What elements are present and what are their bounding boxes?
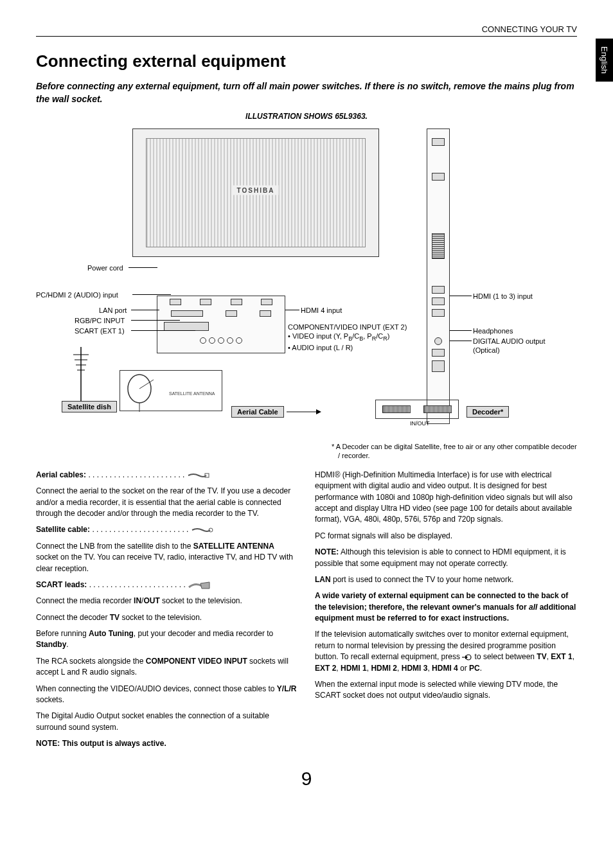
decoder-illustration <box>375 400 459 419</box>
page-title: Connecting external equipment <box>36 51 577 71</box>
label-rgb-pc: RGB/PC INPUT <box>75 316 125 325</box>
decoder-footnote: * A Decoder can be digital Satellite, fr… <box>332 442 577 461</box>
connection-diagram: TOSHIBA <box>36 123 577 432</box>
subtitle: Before connecting any external equipment… <box>36 80 577 105</box>
lan-body: LAN port is used to connect the TV to yo… <box>315 574 577 585</box>
callout-aerial-cable: Aerial Cable <box>231 406 323 418</box>
hdmi-note: NOTE: Although this television is able t… <box>315 547 577 569</box>
header-rule <box>36 36 577 37</box>
label-scart: SCART (EXT 1) <box>75 326 125 335</box>
satellite-cable-body: Connect the LNB from the satellite dish … <box>36 541 298 574</box>
label-pc-hdmi2-audio: PC/HDMI 2 (AUDIO) input <box>36 290 118 299</box>
callout-decoder: Decoder* <box>466 406 509 418</box>
label-inout: IN/OUT <box>410 420 430 428</box>
tv-rear-illustration: TOSHIBA <box>132 128 379 257</box>
rca-body: The RCA sockets alongside the COMPONENT … <box>36 656 298 678</box>
language-tab: English <box>596 39 613 82</box>
svg-marker-13 <box>200 582 209 589</box>
label-hdmi4: HDMI 4 input <box>301 306 342 315</box>
side-connector-panel <box>427 128 450 424</box>
header-section: CONNECTING YOUR TV <box>482 24 577 34</box>
scart-leads-heading: SCART leads: <box>36 580 87 589</box>
aerial-cable-icon <box>187 472 210 479</box>
satellite-cable-icon <box>191 526 214 534</box>
input-select-icon <box>462 653 472 661</box>
video-audio-body: When connecting the VIDEO/AUDIO devices,… <box>36 684 298 706</box>
callout-satellite-dish: Satellite dish <box>62 401 117 412</box>
tv-brand-logo: TOSHIBA <box>233 186 279 195</box>
satellite-cable-heading: Satellite cable: <box>36 525 90 534</box>
scart-body-1: Connect the media recorder IN/OUT socket… <box>36 596 298 607</box>
digital-audio-body: The Digital Audio Output socket enables … <box>36 711 298 733</box>
svg-marker-10 <box>316 409 321 414</box>
dtv-body: When the external input mode is selected… <box>315 679 577 702</box>
illustration-caption: ILLUSTRATION SHOWS 65L9363. <box>36 112 577 121</box>
pc-format-body: PC format signals will also be displayed… <box>315 531 577 542</box>
label-component: COMPONENT/VIDEO INPUT (EXT 2) • VIDEO in… <box>288 323 416 352</box>
label-hdmi13: HDMI (1 to 3) input <box>473 292 533 301</box>
svg-line-6 <box>139 380 154 389</box>
output-active-note: NOTE: This output is always active. <box>36 738 298 749</box>
scart-body-2: Connect the decoder TV socket to the tel… <box>36 612 298 623</box>
bottom-connector-panel <box>157 296 285 353</box>
auto-switch-body: If the television automatically switches… <box>315 629 577 674</box>
satellite-dish-illustration: SATELLITE ANTENNA <box>120 370 222 411</box>
wide-variety-body: A wide variety of external equipment can… <box>315 590 577 624</box>
label-digital-audio: DIGITAL AUDIO output (Optical) <box>473 337 550 355</box>
svg-text:SATELLITE ANTENNA: SATELLITE ANTENNA <box>169 391 215 396</box>
hdmi-body: HDMI® (High-Definition Multimedia Interf… <box>315 470 577 526</box>
page-number: 9 <box>36 768 577 790</box>
right-column: HDMI® (High-Definition Multimedia Interf… <box>315 470 577 755</box>
aerial-cables-heading: Aerial cables: <box>36 470 86 479</box>
left-column: Aerial cables: Connect the aerial to the… <box>36 470 298 755</box>
label-headphones: Headphones <box>473 326 513 335</box>
label-lan-port: LAN port <box>99 306 127 315</box>
label-power-cord: Power cord <box>87 263 123 272</box>
scart-body-3: Before running Auto Tuning, put your dec… <box>36 628 298 651</box>
scart-lead-icon <box>188 581 211 590</box>
aerial-cables-body: Connect the aerial to the socket on the … <box>36 486 298 519</box>
